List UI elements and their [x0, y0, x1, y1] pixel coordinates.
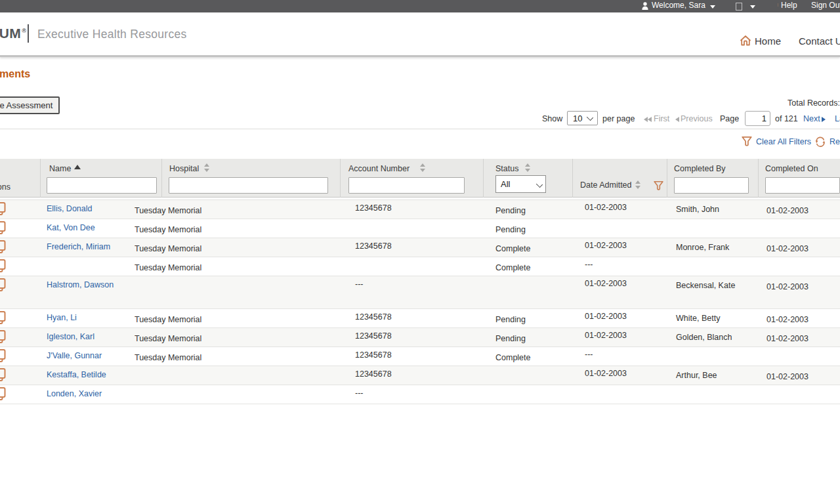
- nav-home[interactable]: Home: [755, 35, 781, 47]
- row-action-icon[interactable]: [0, 238, 6, 255]
- cell-account: 12345678: [355, 350, 392, 360]
- cell-status: Pending: [495, 206, 526, 215]
- language-flag-placeholder[interactable]: [736, 3, 742, 10]
- sort-icon[interactable]: [525, 163, 531, 172]
- page-size-select[interactable]: 10: [567, 111, 598, 125]
- row-action-icon[interactable]: [0, 200, 6, 217]
- cell-name[interactable]: Londen, Xavier: [47, 389, 102, 398]
- page-number-input[interactable]: 1: [745, 111, 770, 126]
- first-page-link[interactable]: First: [644, 114, 669, 123]
- column-header-completed_by: Completed By: [667, 159, 759, 198]
- date-filter-funnel-icon[interactable]: [654, 180, 664, 191]
- column-label-account[interactable]: Account Number: [348, 164, 410, 173]
- column-label-status[interactable]: Status: [495, 164, 518, 173]
- help-link[interactable]: Help: [781, 0, 797, 12]
- optum-logo[interactable]: OPTUM®: [0, 26, 26, 41]
- table-row: J'Valle, GunnarTuesday Memorial12345678C…: [0, 347, 840, 366]
- refresh-icon: [815, 136, 826, 147]
- cell-hospital: Tuesday Memorial: [135, 353, 201, 362]
- cell-name[interactable]: Hyan, Li: [47, 313, 77, 322]
- row-action-icon[interactable]: [0, 366, 6, 383]
- row-action-icon[interactable]: [0, 257, 6, 274]
- column-label-actions: Actions: [0, 182, 32, 192]
- filter-input-account[interactable]: [348, 177, 465, 194]
- column-label-hospital[interactable]: Hospital: [169, 164, 199, 173]
- status-filter-value: All: [501, 179, 510, 189]
- cell-completed_on: 01-02-2003: [766, 334, 808, 343]
- cell-completed_by: Monroe, Frank: [676, 243, 729, 252]
- cell-status: Complete: [495, 263, 531, 272]
- table-row: Halstrom, Dawson---01-02-2003Beckensal, …: [0, 276, 840, 309]
- app-viewport: Welcome, Sara Help Sign Out OPTUM® Execu…: [0, 0, 840, 504]
- brand-subtitle: Executive Health Resources: [37, 28, 187, 41]
- cell-status: Pending: [495, 315, 526, 324]
- cell-name[interactable]: Ellis, Donald: [47, 204, 92, 213]
- sort-ascending-icon[interactable]: [74, 165, 81, 169]
- welcome-menu[interactable]: Welcome, Sara: [652, 0, 705, 12]
- table-row: Londen, Xavier---: [0, 385, 840, 404]
- cell-hospital: Tuesday Memorial: [135, 244, 201, 253]
- next-page-link[interactable]: Next: [803, 114, 826, 123]
- clear-all-filters-link[interactable]: Clear All Filters: [756, 137, 811, 146]
- per-page-label: per page: [602, 114, 635, 123]
- page-size-value: 10: [573, 114, 582, 123]
- status-filter-select[interactable]: All: [495, 175, 546, 193]
- cell-name[interactable]: Halstrom, Dawson: [47, 280, 114, 289]
- cell-account: 12345678: [355, 203, 392, 213]
- next-icon: [822, 117, 826, 122]
- clear-filters-funnel-icon: [742, 136, 753, 147]
- refresh-link[interactable]: Refresh: [830, 137, 840, 146]
- table-row: Kat, Von DeeTuesday MemorialPending: [0, 219, 840, 238]
- filter-input-completed_by[interactable]: [674, 177, 749, 194]
- cell-account: 12345678: [355, 312, 392, 322]
- last-page-link[interactable]: Last: [835, 114, 840, 123]
- cell-account: 12345678: [355, 331, 392, 341]
- filter-input-name[interactable]: [47, 177, 157, 194]
- cell-date_admitted: 01-02-2003: [585, 312, 627, 321]
- row-action-icon[interactable]: [0, 219, 6, 236]
- first-icon2: [648, 117, 652, 122]
- page-title: Assessments: [0, 68, 30, 80]
- sign-out-link[interactable]: Sign Out: [811, 0, 840, 12]
- column-label-name[interactable]: Name: [49, 164, 71, 173]
- column-header-name: Name: [41, 159, 162, 198]
- filter-input-hospital[interactable]: [169, 177, 328, 194]
- cell-hospital: Tuesday Memorial: [135, 263, 201, 272]
- cell-name[interactable]: Kat, Von Dee: [47, 223, 95, 232]
- column-header-date_admitted: Date Admitted: [573, 159, 667, 198]
- topbar-separator: [778, 3, 778, 7]
- previous-icon: [675, 117, 679, 122]
- row-action-icon[interactable]: [0, 309, 6, 326]
- cell-completed_on: 01-02-2003: [766, 372, 808, 381]
- cell-name[interactable]: Kestaffa, Betilde: [47, 370, 106, 379]
- sort-icon[interactable]: [420, 163, 426, 172]
- row-action-icon[interactable]: [0, 328, 6, 345]
- table-row: Igleston, KarlTuesday Memorial12345678Pe…: [0, 328, 840, 347]
- cell-name[interactable]: Igleston, Karl: [47, 332, 94, 341]
- user-icon: [641, 1, 649, 10]
- row-action-icon[interactable]: [0, 385, 6, 402]
- cell-completed_by: Smith, John: [676, 205, 719, 214]
- previous-page-link[interactable]: Previous: [675, 114, 713, 123]
- create-assessment-button[interactable]: Create Assessment: [0, 96, 60, 114]
- row-action-icon[interactable]: [0, 347, 6, 364]
- status-select-chevron-icon: [537, 182, 542, 187]
- filter-input-completed_on[interactable]: [765, 177, 840, 194]
- cell-completed_on: 01-02-2003: [766, 244, 808, 253]
- column-label-completed_on: Completed On: [765, 164, 818, 173]
- row-action-icon[interactable]: [0, 276, 6, 293]
- column-label-date_admitted[interactable]: Date Admitted: [580, 180, 632, 190]
- nav-contact-us[interactable]: Contact Us: [799, 35, 840, 47]
- cell-completed_on: 01-02-2003: [766, 206, 808, 215]
- table-row: Hyan, LiTuesday Memorial12345678Pending0…: [0, 309, 840, 328]
- column-label-completed_by: Completed By: [674, 164, 726, 173]
- cell-date_admitted: ---: [585, 350, 593, 359]
- cell-date_admitted: 01-02-2003: [585, 203, 627, 212]
- table-row: Tuesday MemorialComplete---: [0, 257, 840, 276]
- sort-icon[interactable]: [204, 163, 210, 172]
- cell-name[interactable]: Frederich, Miriam: [47, 242, 110, 251]
- cell-name[interactable]: J'Valle, Gunnar: [47, 351, 102, 360]
- show-label: Show: [542, 114, 562, 123]
- sort-icon[interactable]: [635, 180, 641, 189]
- cell-date_admitted: 01-02-2003: [585, 279, 627, 288]
